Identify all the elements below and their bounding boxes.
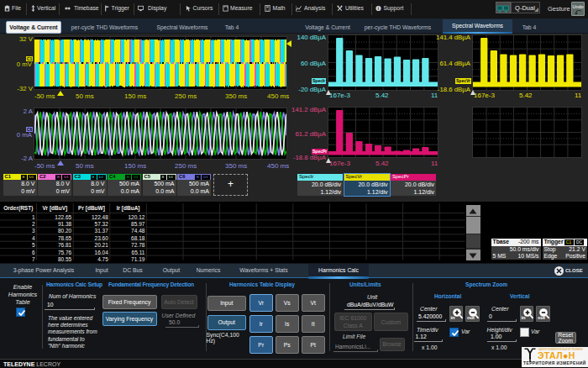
svg-text:Pr [dBuW]: Pr [dBuW]	[78, 205, 105, 212]
svg-text:7: 7	[32, 256, 35, 262]
svg-text:72.78: 72.78	[131, 242, 145, 248]
svg-text:80.55: 80.55	[58, 256, 72, 262]
svg-text:68.18: 68.18	[131, 235, 145, 241]
svg-text:3: 3	[32, 228, 35, 234]
svg-text:76.81: 76.81	[58, 242, 72, 248]
svg-text:78.65: 78.65	[58, 235, 72, 241]
svg-text:5: 5	[32, 242, 35, 248]
svg-text:23.60: 23.60	[95, 235, 109, 241]
svg-text:Order(RST): Order(RST)	[3, 205, 33, 212]
svg-text:91.38: 91.38	[58, 221, 72, 227]
svg-text:74.48: 74.48	[131, 228, 145, 234]
svg-text:Vr [dBuV]: Vr [dBuV]	[43, 205, 68, 212]
svg-text:122.48: 122.48	[92, 214, 108, 220]
svg-text:4: 4	[32, 235, 35, 241]
svg-text:57.32: 57.32	[95, 221, 109, 227]
svg-text:16.04: 16.04	[95, 250, 109, 255]
svg-text:31.37: 31.37	[95, 228, 109, 234]
svg-text:2: 2	[32, 221, 35, 227]
svg-text:20.21: 20.21	[95, 242, 109, 248]
svg-text:120.12: 120.12	[129, 214, 145, 220]
svg-text:1: 1	[32, 214, 35, 220]
svg-text:122.65: 122.65	[55, 214, 71, 220]
svg-text:65.11: 65.11	[132, 250, 145, 255]
svg-text:71.19: 71.19	[131, 256, 145, 262]
svg-text:4.75: 4.75	[97, 256, 108, 262]
svg-text:Ir [dBuA]: Ir [dBuA]	[117, 205, 140, 212]
svg-text:80.20: 80.20	[58, 228, 72, 234]
svg-text:6: 6	[32, 250, 35, 255]
svg-text:85.97: 85.97	[131, 221, 145, 227]
svg-text:75.76: 75.76	[58, 250, 72, 255]
